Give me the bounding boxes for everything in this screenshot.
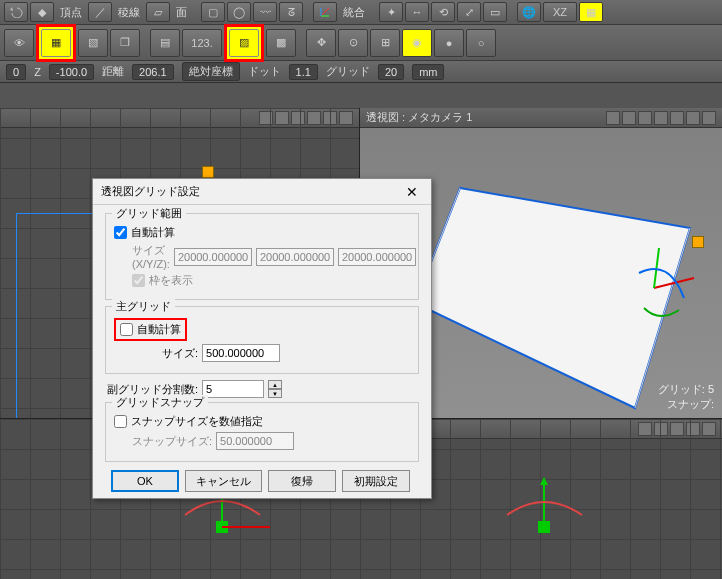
group-label-grid-range: グリッド範囲 [112,206,186,221]
sel-circle-icon[interactable]: ◯ [227,2,251,22]
status-dot-label: ドット [248,64,281,79]
group-grid-range: グリッド範囲 自動計算 サイズ (X/Y/Z): 枠を表示 [105,213,419,300]
dialog-titlebar[interactable]: 透視図グリッド設定 ✕ [93,179,431,205]
tool-move-icon[interactable]: ↔ [405,2,429,22]
show-frame-checkbox [132,274,145,287]
status-bar: 0 Z -100.0 距離 206.1 絶対座標 ドット 1.1 グリッド 20… [0,61,722,83]
face-mode-button[interactable]: ▱ [146,2,170,22]
tool-box-icon[interactable]: ▭ [483,2,507,22]
magnet-icon[interactable]: ⊙ [338,29,368,57]
revert-button[interactable]: 復帰 [268,470,336,492]
axis-icon[interactable] [313,2,337,22]
cube-icon[interactable]: ▧ [78,29,108,57]
handle-marker[interactable] [692,236,704,248]
group-grid-snap: グリッドスナップ スナップサイズを数値指定 スナップサイズ: [105,402,419,462]
dialog-title: 透視図グリッド設定 [101,184,200,199]
auto-calc-range-checkbox[interactable] [114,226,127,239]
tool-wand-icon[interactable]: ✦ [379,2,403,22]
status-grid-label: グリッド [326,64,370,79]
handle-marker[interactable] [202,166,214,178]
svg-line-0 [321,8,329,16]
auto-calc-main-label: 自動計算 [137,322,181,337]
vp-tool-icon[interactable] [670,111,684,125]
size-z-field [338,248,416,266]
snap-numeric-checkbox[interactable] [114,415,127,428]
grid-button[interactable]: ▦ [41,29,71,57]
defaults-button[interactable]: 初期設定 [342,470,410,492]
undo-icon[interactable] [4,2,28,22]
size-y-field [256,248,334,266]
snap-toggle-icon[interactable]: ▦ [579,2,603,22]
sel-rect-icon[interactable]: ▢ [201,2,225,22]
viewport-info-overlay: グリッド: 5 スナップ: [658,382,714,412]
vp-tool-icon[interactable] [606,111,620,125]
sphere-icon[interactable]: ● [434,29,464,57]
group-main-grid: 主グリッド 自動計算 サイズ: [105,306,419,374]
doc-icon[interactable]: ▤ [150,29,180,57]
transform-icon[interactable]: ✥ [306,29,336,57]
viewport-right-title: 透視図 : メタカメラ 1 [366,110,472,125]
status-dist-label: 距離 [102,64,124,79]
sel-lasso-icon[interactable]: 〰 [253,2,277,22]
numeric-icon[interactable]: 123. [182,29,222,57]
circle-tool-icon[interactable]: ○ [466,29,496,57]
cancel-button[interactable]: キャンセル [185,470,262,492]
tool-rotate-icon[interactable]: ⟲ [431,2,455,22]
mesh-icon[interactable]: ⊞ [370,29,400,57]
status-dist-val: 206.1 [132,64,174,80]
grid-button-highlight: ▦ [36,24,76,62]
snap-size-field [216,432,294,450]
face-label: 面 [176,5,187,20]
svg-rect-13 [538,521,550,533]
sub-div-field[interactable] [202,380,264,398]
size-xyz-label: サイズ (X/Y/Z): [132,243,170,270]
vp-tool-icon[interactable] [638,111,652,125]
auto-calc-main-highlight: 自動計算 [114,318,187,341]
spin-down-icon[interactable]: ▼ [268,389,282,398]
view-icon[interactable]: 👁 [4,29,34,57]
ok-button[interactable]: OK [111,470,179,492]
group-label-main-grid: 主グリッド [112,299,175,314]
status-dot-val: 1.1 [289,64,318,80]
snap-size-label: スナップサイズ: [132,434,212,449]
sel-brush-icon[interactable]: ᘔ [279,2,303,22]
size-x-field [174,248,252,266]
highlight-tool-icon[interactable]: ◉ [402,29,432,57]
main-size-field[interactable] [202,344,280,362]
auto-calc-main-checkbox[interactable] [120,323,133,336]
sub-div-spinner[interactable]: ▲▼ [268,380,282,398]
status-z-val: -100.0 [49,64,94,80]
vertex-label: 頂点 [60,5,82,20]
spin-up-icon[interactable]: ▲ [268,380,282,389]
vp-tool-icon[interactable] [654,111,668,125]
xz-button[interactable]: XZ [543,2,577,22]
box3d-icon[interactable]: ❐ [110,29,140,57]
snap-settings-button[interactable]: ▨ [229,29,259,57]
tool-scale-icon[interactable]: ⤢ [457,2,481,22]
status-z-label: Z [34,66,41,78]
wireframe-icon[interactable]: ▩ [266,29,296,57]
edge-mode-button[interactable]: ／ [88,2,112,22]
vp-tool-icon[interactable] [622,111,636,125]
vertex-mode-button[interactable]: ◆ [30,2,54,22]
vp-tool-icon[interactable] [702,111,716,125]
show-frame-label: 枠を表示 [149,273,193,288]
toolbar-modes: ◆ 頂点 ／ 稜線 ▱ 面 ▢ ◯ 〰 ᘔ 統合 ✦ ↔ ⟲ ⤢ ▭ 🌐 XZ … [0,0,722,25]
gizmo-bottom-right[interactable] [502,477,622,559]
snap-numeric-label: スナップサイズを数値指定 [131,414,263,429]
auto-calc-range-label: 自動計算 [131,225,175,240]
grid-settings-dialog: 透視図グリッド設定 ✕ グリッド範囲 自動計算 サイズ (X/Y/Z): 枠を表… [92,178,432,499]
edge-label: 稜線 [118,5,140,20]
status-coord-mode[interactable]: 絶対座標 [182,62,240,81]
vp-tool-icon[interactable] [686,111,700,125]
viewport-right-header: 透視図 : メタカメラ 1 [360,108,722,128]
group-label-grid-snap: グリッドスナップ [112,395,208,410]
snap-settings-highlight: ▨ [224,24,264,62]
gizmo-3d[interactable] [644,248,704,330]
status-axis0: 0 [6,64,26,80]
close-icon[interactable]: ✕ [401,181,423,203]
globe-icon[interactable]: 🌐 [517,2,541,22]
toolbar-tools: 👁 ▦ ▧ ❐ ▤ 123. ▨ ▩ ✥ ⊙ ⊞ ◉ ● ○ [0,25,722,61]
status-unit[interactable]: mm [412,64,444,80]
integrate-label: 統合 [343,5,365,20]
